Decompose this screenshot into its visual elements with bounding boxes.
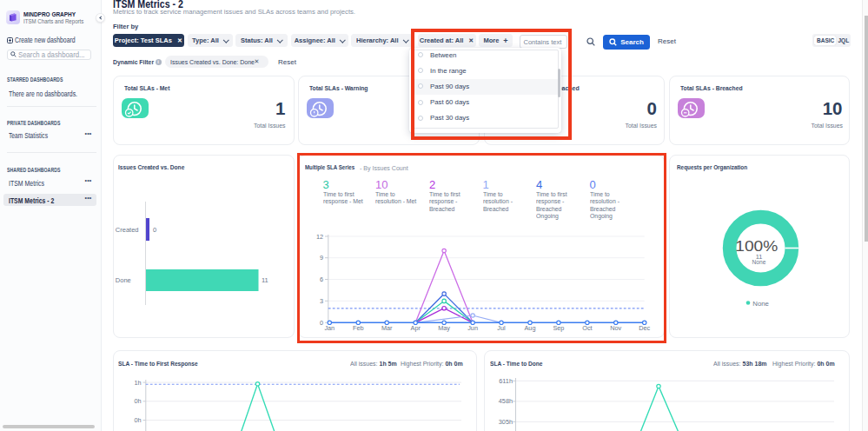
svg-text:None: None xyxy=(752,258,765,266)
svg-text:100%: 100% xyxy=(735,238,778,254)
svg-text:0h: 0h xyxy=(134,397,141,405)
svg-text:Done: Done xyxy=(116,276,131,284)
svg-text:305h: 305h xyxy=(499,418,513,426)
svg-text:0h: 0h xyxy=(134,416,141,424)
svg-text:None: None xyxy=(752,300,769,308)
svg-text:Created: Created xyxy=(116,226,139,234)
svg-text:0: 0 xyxy=(153,226,156,234)
svg-text:11: 11 xyxy=(262,276,268,284)
svg-text:611h: 611h xyxy=(499,377,513,385)
svg-text:458h: 458h xyxy=(499,397,513,405)
svg-text:1h: 1h xyxy=(134,379,141,387)
